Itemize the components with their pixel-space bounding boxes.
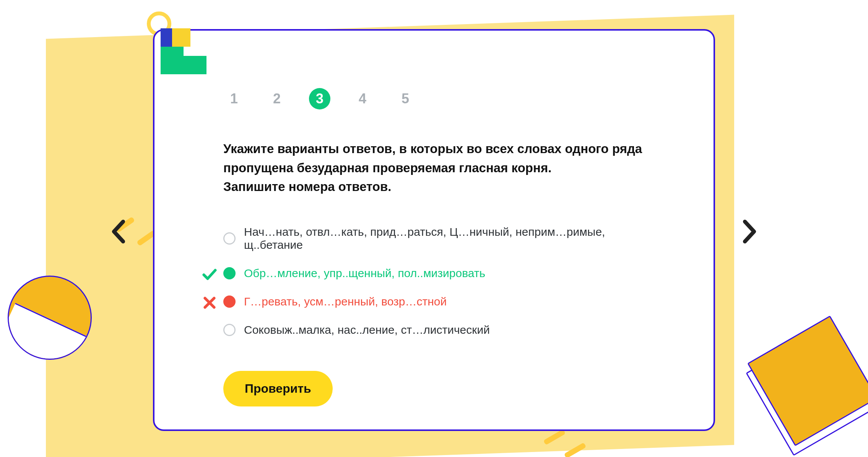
chevron-right-icon: [742, 219, 757, 244]
step-3[interactable]: 3: [309, 88, 330, 109]
app-logo-icon: [161, 28, 206, 74]
check-icon: [202, 267, 217, 282]
radio-icon: [223, 295, 236, 308]
question-text: Укажите варианты ответов, в которых во в…: [223, 139, 652, 196]
step-5[interactable]: 5: [395, 88, 416, 109]
option-label: Нач…нать, отвл…кать, прид…раться, Ц…ничн…: [244, 225, 652, 251]
step-indicator: 12345: [223, 88, 652, 109]
question-line: Запишите номера ответов.: [223, 180, 391, 194]
option-4[interactable]: Соковыж..малка, нас..ление, ст…листическ…: [223, 323, 652, 336]
stage: 12345 Укажите варианты ответов, в которы…: [0, 0, 868, 457]
radio-icon: [223, 324, 236, 336]
prev-arrow-button[interactable]: [105, 214, 132, 249]
quiz-card: 12345 Укажите варианты ответов, в которы…: [153, 29, 715, 431]
chevron-left-icon: [111, 219, 126, 244]
option-3[interactable]: Г…ревать, усм…ренный, возр…стной: [223, 295, 652, 308]
option-label: Обр…мление, упр..щенный, пол..мизировать: [244, 267, 485, 280]
next-arrow-button[interactable]: [736, 214, 763, 249]
step-1[interactable]: 1: [223, 88, 245, 109]
card-content: 12345 Укажите варианты ответов, в которы…: [223, 88, 652, 406]
option-1[interactable]: Нач…нать, отвл…кать, прид…раться, Ц…ничн…: [223, 225, 652, 251]
option-label: Соковыж..малка, нас..ление, ст…листическ…: [244, 323, 490, 336]
step-4[interactable]: 4: [352, 88, 373, 109]
question-line: пропущена безударная проверяемая гласная…: [223, 161, 551, 175]
radio-icon: [223, 267, 236, 279]
option-label: Г…ревать, усм…ренный, возр…стной: [244, 295, 447, 308]
check-button[interactable]: Проверить: [223, 371, 333, 406]
bg-square-icon: [747, 315, 868, 446]
option-2[interactable]: Обр…мление, упр..щенный, пол..мизировать: [223, 267, 652, 280]
options-list: Нач…нать, отвл…кать, прид…раться, Ц…ничн…: [223, 225, 652, 336]
step-2[interactable]: 2: [266, 88, 288, 109]
bg-ball-icon: [8, 276, 92, 360]
radio-icon: [223, 232, 236, 245]
cross-icon: [202, 295, 217, 310]
question-line: Укажите варианты ответов, в которых во в…: [223, 142, 642, 156]
